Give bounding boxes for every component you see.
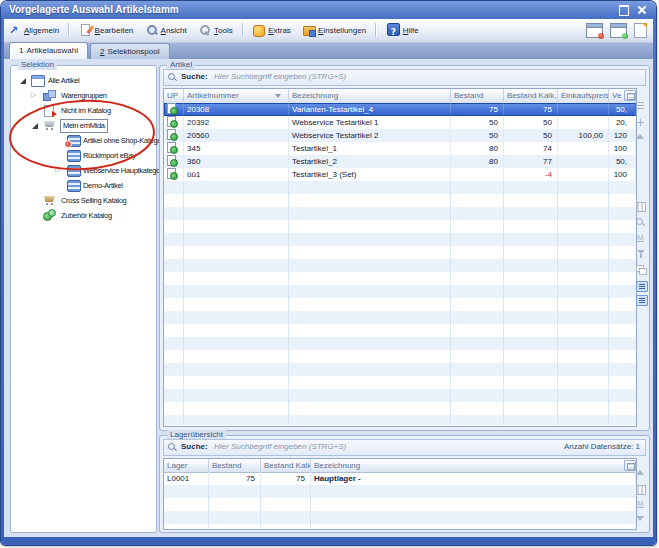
column-header-lager[interactable]: Lager (164, 459, 209, 472)
menu-hilfe[interactable]: Hilfe (382, 22, 424, 39)
help-icon (387, 23, 400, 36)
tree-item-zubehoer-katalog[interactable]: Zubehör Katalog (12, 208, 155, 223)
table-row[interactable]: 20392 Webservice Testartikel 1 50 50 20, (164, 116, 636, 129)
import-table-green-icon[interactable] (610, 23, 627, 38)
article-status-icon (167, 129, 176, 140)
column-layout-icon[interactable] (636, 485, 646, 495)
tree-item-alle-artikel[interactable]: Alle Artikel (12, 73, 155, 88)
rows-icon[interactable] (636, 102, 644, 109)
article-status-icon (167, 155, 176, 166)
shop-cart-icon (43, 120, 56, 130)
expander-expanded-icon[interactable] (19, 77, 27, 85)
tree-item-webservice-hauptkategorie[interactable]: Webservice Hauptkategorie (12, 163, 155, 178)
tab-label: Artikelauswahl (26, 46, 78, 55)
category-icon (67, 180, 81, 192)
list-view-icon[interactable] (636, 281, 648, 292)
scroll-up-icon[interactable] (636, 134, 644, 139)
expander-expanded-icon[interactable] (31, 122, 39, 130)
article-status-icon (167, 103, 176, 114)
artikel-table: UP Artikelnummer Bezeichnung Bestand Bes… (163, 88, 637, 427)
column-header-bezeichnung[interactable]: Bezeichnung (311, 459, 636, 472)
filter-icon[interactable] (636, 249, 646, 259)
copy-layout-icon[interactable] (636, 265, 646, 275)
tree-item-nicht-im-katalog[interactable]: Nicht im Katalog (12, 103, 155, 118)
tree-item-demo-artikel[interactable]: Demo-Artikel (12, 178, 155, 193)
table-row[interactable]: L0001 75 75 Hauptlager - (164, 472, 636, 485)
selektion-panel: Selektion Alle Artikel Warengruppen Nich… (10, 65, 157, 533)
summary-icon[interactable] (636, 499, 646, 509)
category-icon (67, 165, 81, 177)
table-row[interactable]: 20560 Webservice Testartikel 2 50 50 100… (164, 129, 636, 142)
menu-extras[interactable]: Extras (248, 22, 296, 39)
add-icon[interactable] (636, 118, 646, 128)
column-header-bestand-kalk[interactable]: Bestand Kalk. (261, 459, 311, 472)
column-header-bestand[interactable]: Bestand (451, 89, 504, 102)
scroll-down-icon[interactable] (636, 516, 644, 521)
arrow-up-right-icon (9, 24, 21, 36)
tree-item-rueckimport-ebay[interactable]: Rückimport eBay (12, 148, 155, 163)
menu-ansicht[interactable]: Ansicht (141, 22, 192, 39)
tab-label: Selektionspool (107, 47, 159, 56)
article-status-icon (167, 142, 176, 153)
menu-einstellungen[interactable]: Einstellungen (298, 22, 371, 39)
tree-item-artikel-ohne-shop-kategorie[interactable]: Artikel ohne Shop-Kategorie (12, 133, 155, 148)
articles-table-icon (31, 75, 45, 87)
close-icon[interactable] (635, 4, 648, 15)
window-title: Vorgelagerte Auswahl Artikelstamm (9, 4, 179, 15)
restore-icon[interactable] (617, 4, 630, 15)
record-count: Anzahl Datensätze: 1 (564, 440, 640, 454)
tab-selektionspool[interactable]: 2Selektionspool (90, 43, 170, 59)
search-icon[interactable] (636, 218, 646, 228)
table-row-selected[interactable]: 20308 Varianten-Testartikel_4 75 75 50, (164, 103, 636, 116)
scroll-up-icon[interactable] (636, 470, 644, 475)
column-header-up[interactable]: UP (164, 89, 184, 102)
tree-item-warengruppen[interactable]: Warengruppen (12, 88, 155, 103)
empty-rows (164, 181, 636, 425)
menu-tools[interactable]: Tools (194, 22, 238, 39)
column-chooser-icon[interactable] (624, 90, 636, 101)
menu-allgemein[interactable]: Allgemein (4, 22, 64, 39)
settings-folder-icon (303, 24, 315, 36)
menu-separator (375, 23, 377, 37)
table-row[interactable]: 345 Testartikel_1 80 74 100 (164, 142, 636, 155)
title-bar[interactable]: Vorgelagerte Auswahl Artikelstamm (1, 1, 656, 19)
tree-item-mein-emmida[interactable]: Mein emMida (12, 118, 155, 133)
lager-table-header: Lager Bestand Bestand Kalk. Bezeichnung (164, 459, 636, 473)
tools-icon (199, 24, 211, 36)
menu-bearbeiten[interactable]: Bearbeiten (75, 22, 139, 39)
expander-collapsed-icon[interactable] (55, 167, 63, 175)
column-header-bezeichnung[interactable]: Bezeichnung (289, 89, 451, 102)
menu-separator (68, 23, 70, 37)
artikel-table-header: UP Artikelnummer Bezeichnung Bestand Bes… (164, 89, 636, 104)
column-header-artikelnummer[interactable]: Artikelnummer (184, 89, 289, 102)
lager-search-bar[interactable]: Suche: Hier Suchbegriff eingeben (STRG+S… (163, 439, 646, 456)
page-red-arrow-icon (44, 105, 54, 117)
column-header-bestand[interactable]: Bestand (209, 459, 261, 472)
tab-artikelauswahl[interactable]: 1Artikelauswahl (9, 42, 88, 59)
tree-item-cross-selling-katalog[interactable]: Cross Selling Katalog (12, 193, 155, 208)
summary-icon[interactable] (636, 233, 646, 243)
column-header-bestand-kalk[interactable]: Bestand Kalk. (504, 89, 558, 102)
edit-page-icon (80, 24, 92, 36)
export-table-red-icon[interactable] (586, 23, 603, 38)
new-document-icon[interactable] (634, 23, 647, 38)
lageruebersicht-panel: Lagerübersicht Suche: Hier Suchbegriff e… (159, 435, 650, 533)
tab-bar: 1Artikelauswahl 2Selektionspool (4, 43, 653, 59)
column-chooser-icon[interactable] (624, 460, 636, 471)
view-magnifier-icon (146, 24, 158, 36)
app-window: Vorgelagerte Auswahl Artikelstamm Allgem… (1, 1, 656, 545)
artikel-search-bar[interactable]: Suche: Hier Suchbegriff eingeben (STRG+S… (163, 69, 646, 86)
article-status-icon (167, 168, 176, 179)
grid-side-toolbar (636, 458, 647, 528)
cross-selling-cart-icon (43, 195, 56, 205)
table-row[interactable]: üü1 Testartikel_3 (Set) -4 100 (164, 168, 636, 181)
table-row[interactable]: 360 Testartikel_2 80 77 50, (164, 155, 636, 168)
extras-icon (253, 24, 265, 36)
column-header-einkaufspreis[interactable]: Einkaufspreis (558, 89, 609, 102)
expander-collapsed-icon[interactable] (31, 92, 39, 100)
selektion-legend: Selektion (18, 60, 57, 70)
detail-view-icon[interactable] (636, 295, 648, 306)
menu-bar: Allgemein Bearbeiten Ansicht Tools Extra… (4, 19, 653, 43)
column-layout-icon[interactable] (636, 202, 646, 212)
article-status-icon (167, 116, 176, 127)
